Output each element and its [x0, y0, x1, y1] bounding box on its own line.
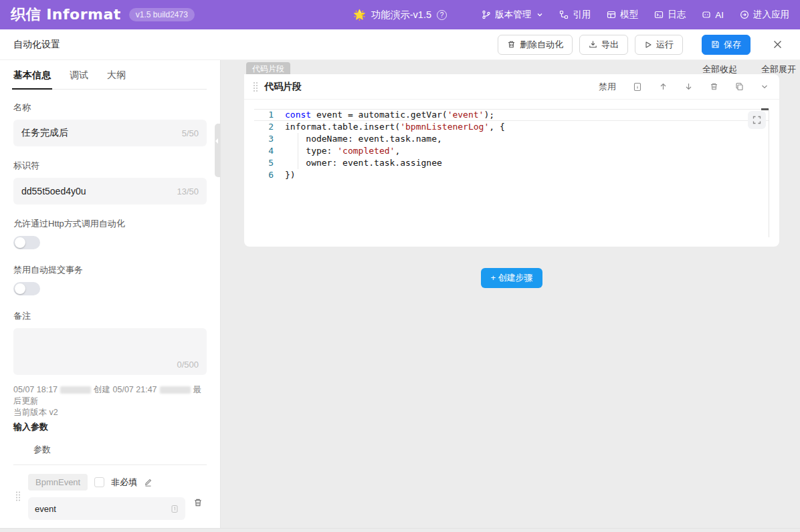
- line-number: 6: [254, 169, 285, 181]
- app-logo: 织信 Informat: [11, 5, 121, 25]
- remark-textarea[interactable]: 0/500: [13, 328, 207, 375]
- meta-info: 05/07 18:17创建 05/07 21:47最后更新 当前版本 v2: [13, 384, 207, 418]
- fullscreen-expand-icon[interactable]: [748, 111, 766, 129]
- delete-param-icon[interactable]: [193, 498, 203, 507]
- save-button[interactable]: 保存: [702, 35, 751, 55]
- created-suffix: 创建: [94, 385, 110, 394]
- code-line[interactable]: 3 nodeName: event.task.name,: [254, 133, 769, 145]
- copy-step-icon[interactable]: [735, 82, 744, 91]
- collapse-step-icon[interactable]: [761, 83, 769, 91]
- code-line[interactable]: 6}): [254, 169, 769, 181]
- edit-pencil-icon[interactable]: [144, 478, 153, 487]
- nav-reference[interactable]: 引用: [559, 9, 591, 21]
- nav-ai[interactable]: AI: [702, 10, 724, 20]
- nav-label: AI: [715, 10, 724, 20]
- toolbar-actions: 删除自动化 导出 运行 保存: [498, 35, 787, 55]
- code-line[interactable]: 1const event = automatic.getVar('event')…: [254, 109, 769, 121]
- optional-checkbox[interactable]: [94, 477, 104, 487]
- nav-log[interactable]: 日志: [654, 9, 686, 21]
- transaction-toggle[interactable]: [13, 282, 40, 295]
- identifier-counter: 13/50: [177, 186, 199, 196]
- code-lines: 1const event = automatic.getVar('event')…: [254, 109, 769, 181]
- tab-debug[interactable]: 调试: [70, 70, 88, 82]
- code-editor[interactable]: 1const event = automatic.getVar('event')…: [254, 109, 769, 237]
- create-step-button[interactable]: + 创建步骤: [481, 268, 542, 288]
- page-title: 自动化设置: [13, 39, 60, 51]
- card-title: 代码片段: [264, 81, 302, 93]
- line-number: 1: [254, 109, 285, 121]
- export-button[interactable]: 导出: [579, 35, 628, 55]
- line-number: 5: [254, 157, 285, 169]
- settings-toolbar: 自动化设置 删除自动化 导出 运行 保存: [0, 29, 800, 60]
- identifier-field-label: 标识符: [13, 160, 207, 172]
- disable-step-button[interactable]: 禁用: [599, 81, 616, 93]
- create-step-container: + 创建步骤: [244, 268, 779, 288]
- code-line[interactable]: 5 owner: event.task.assignee: [254, 157, 769, 169]
- name-field-label: 名称: [13, 102, 207, 114]
- current-version: 当前版本 v2: [13, 407, 207, 418]
- tab-basic-info[interactable]: 基本信息: [13, 70, 51, 82]
- redacted-updater-name: [160, 386, 191, 394]
- card-header: 代码片段 禁用: [244, 74, 779, 100]
- redacted-creator-name: [60, 386, 91, 394]
- bottom-scrollbar-track[interactable]: [0, 528, 800, 532]
- button-label: 保存: [724, 39, 741, 51]
- param-name-input[interactable]: event: [28, 497, 185, 520]
- params-section-title: 参数: [13, 444, 207, 456]
- model-icon: [607, 10, 616, 19]
- play-icon: [644, 41, 652, 49]
- card-toolbar: 禁用: [599, 81, 769, 93]
- close-icon[interactable]: [768, 35, 787, 54]
- input-params-title: 输入参数: [13, 421, 207, 433]
- line-number: 3: [254, 133, 285, 145]
- sidebar-collapse-handle[interactable]: [215, 124, 220, 177]
- code-text: const event = automatic.getVar('event');: [285, 109, 769, 121]
- nav-label: 日志: [668, 9, 686, 21]
- basic-info-sidebar: 基本信息 调试 大纲 名称 任务完成后 5/50 标识符 dd55t5oed4y…: [0, 60, 221, 528]
- help-icon[interactable]: ?: [437, 10, 447, 20]
- sidebar-tabs: 基本信息 调试 大纲: [13, 70, 207, 90]
- move-up-icon[interactable]: [659, 82, 668, 91]
- nav-label: 模型: [620, 9, 638, 21]
- identifier-input[interactable]: dd55t5oed4y0u 13/50: [13, 178, 207, 205]
- code-line[interactable]: 2informat.table.insert('bpmnListenerLog'…: [254, 121, 769, 133]
- code-line[interactable]: 4 type: 'completed',: [254, 145, 769, 157]
- code-text: nodeName: event.task.name,: [285, 133, 769, 145]
- button-label: 删除自动化: [520, 39, 563, 51]
- param-item: BpmnEvent 非必填 event: [13, 465, 207, 528]
- updated-time: 05/07 21:47: [113, 385, 157, 394]
- nav-enter-app[interactable]: 进入应用: [740, 9, 789, 21]
- page: 织信 Informat v1.5 build2473 🌟 功能演示-v1.5 ?…: [0, 0, 800, 532]
- drag-handle-icon[interactable]: [252, 81, 259, 93]
- param-type-tag: BpmnEvent: [28, 474, 88, 491]
- nav-label: 版本管理: [495, 9, 531, 21]
- text-type-icon: [171, 505, 179, 513]
- reference-icon: [559, 10, 569, 19]
- drag-handle-icon[interactable]: [15, 491, 21, 505]
- log-icon: [654, 10, 664, 19]
- delete-step-icon[interactable]: [710, 82, 718, 91]
- param-meta-row: BpmnEvent 非必填: [28, 474, 207, 491]
- http-toggle[interactable]: [13, 236, 40, 249]
- move-down-icon[interactable]: [684, 82, 693, 91]
- param-value-row: event: [28, 497, 207, 520]
- content-area: 基本信息 调试 大纲 名称 任务完成后 5/50 标识符 dd55t5oed4y…: [0, 60, 800, 528]
- export-icon: [589, 40, 597, 49]
- save-icon: [711, 40, 720, 49]
- delete-automation-button[interactable]: 删除自动化: [498, 35, 573, 55]
- nav-version-management[interactable]: 版本管理: [482, 9, 543, 21]
- run-button[interactable]: 运行: [635, 35, 683, 55]
- file-info-icon[interactable]: [633, 82, 642, 92]
- remark-counter: 0/500: [177, 360, 199, 370]
- overview-ruler-marker: [761, 108, 769, 110]
- remark-field-label: 备注: [13, 310, 207, 322]
- line-number: 2: [254, 121, 285, 133]
- tab-outline[interactable]: 大纲: [107, 70, 126, 82]
- optional-label: 非必填: [111, 477, 137, 489]
- name-input[interactable]: 任务完成后 5/50: [13, 120, 207, 146]
- nav-model[interactable]: 模型: [607, 9, 638, 21]
- app-header: 织信 Informat v1.5 build2473 🌟 功能演示-v1.5 ?…: [0, 0, 800, 29]
- app-star-icon: 🌟: [353, 9, 366, 21]
- app-title-group: 🌟 功能演示-v1.5 ?: [353, 0, 447, 29]
- identifier-value: dd55t5oed4y0u: [21, 186, 177, 196]
